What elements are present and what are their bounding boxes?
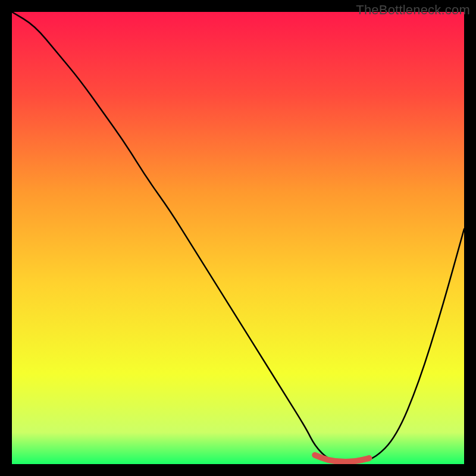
plot-area [12,12,464,464]
chart-svg [12,12,464,464]
chart-container: TheBottleneck.com [0,0,476,476]
watermark-text: TheBottleneck.com [356,2,470,18]
